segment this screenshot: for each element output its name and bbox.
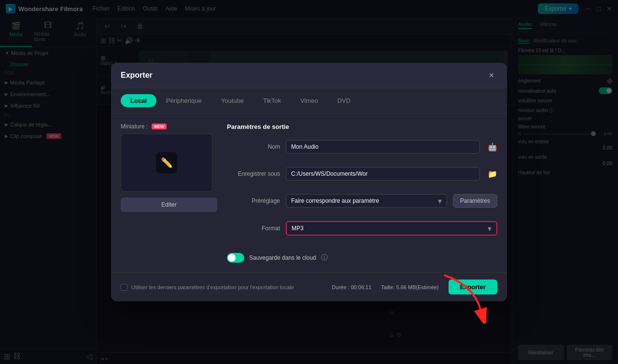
ai-icon[interactable]: 🤖: [488, 142, 497, 152]
cloud-save-label: Sauvegarde dans le cloud: [249, 254, 316, 261]
prereglage-label: Préréglage: [227, 197, 280, 204]
size-stat: Taille: 5.66 MB(Estimée): [381, 284, 438, 290]
modal-close-button[interactable]: ×: [486, 70, 497, 81]
new-badge: NEW: [152, 124, 167, 129]
modal-tabs: Local Périphérique Youtube TikTok Vimeo …: [111, 88, 507, 113]
nom-field-row: Nom 🤖: [227, 140, 497, 154]
modal-tab-peripherique[interactable]: Périphérique: [156, 94, 211, 107]
modal-overlay: Exporter × Local Périphérique Youtube Ti…: [0, 0, 618, 364]
export-action-button[interactable]: Exporter: [449, 280, 497, 294]
modal-tab-vimeo[interactable]: Vimeo: [291, 94, 328, 107]
modal-footer: Utiliser les derniers paramètres d'expor…: [111, 272, 507, 301]
edit-button[interactable]: Editer: [121, 197, 217, 212]
modal-tab-youtube[interactable]: Youtube: [211, 94, 253, 107]
info-icon[interactable]: ⓘ: [321, 253, 328, 262]
cloud-save-row: Sauvegarde dans le cloud ⓘ: [227, 253, 497, 263]
modal-thumbnail-section: Miniature : NEW ✏️ Editer: [121, 123, 217, 263]
modal-tab-tiktok[interactable]: TikTok: [253, 94, 291, 107]
format-row: Format MP3 MP4 AVI MOV ▾: [227, 221, 497, 236]
modal-header: Exporter ×: [111, 63, 507, 88]
enregistrer-label: Enregistrer sous: [227, 170, 280, 177]
modal-title: Exporter: [121, 71, 153, 80]
enregistrer-field-row: Enregistrer sous 📁: [227, 167, 497, 181]
export-modal: Exporter × Local Périphérique Youtube Ti…: [111, 63, 507, 301]
parametres-button[interactable]: Paramètres: [453, 194, 497, 208]
settings-title: Paramètres de sortie: [227, 123, 497, 130]
thumbnail-label: Miniature : NEW: [121, 123, 217, 130]
prereglage-select[interactable]: Faire correspondre aux paramètre: [286, 195, 447, 207]
modal-settings-section: Paramètres de sortie Nom 🤖 Enregistrer s…: [227, 123, 497, 263]
format-select[interactable]: MP3 MP4 AVI MOV: [287, 222, 496, 235]
enregistrer-input[interactable]: [286, 167, 480, 181]
thumbnail-edit-icon: ✏️: [156, 152, 177, 173]
modal-body: Miniature : NEW ✏️ Editer Paramètres de …: [111, 113, 507, 272]
prereglage-row: Préréglage Faire correspondre aux paramè…: [227, 194, 497, 208]
footer-checkbox[interactable]: [121, 284, 127, 291]
footer-right: Durée : 00:06:11 Taille: 5.66 MB(Estimée…: [332, 280, 497, 294]
folder-icon[interactable]: 📁: [488, 169, 497, 179]
format-label: Format: [227, 225, 280, 232]
modal-tab-dvd[interactable]: DVD: [328, 94, 360, 107]
nom-label: Nom: [227, 143, 280, 150]
format-select-wrapper: MP3 MP4 AVI MOV ▾: [286, 221, 497, 236]
thumbnail-box: ✏️: [121, 134, 212, 192]
footer-checkbox-label: Utiliser les derniers paramètres d'expor…: [131, 284, 294, 290]
duration-stat: Durée : 00:06:11: [332, 284, 371, 290]
cloud-save-toggle[interactable]: [227, 253, 244, 263]
nom-input[interactable]: [286, 140, 480, 154]
modal-tab-local[interactable]: Local: [121, 94, 156, 107]
footer-left: Utiliser les derniers paramètres d'expor…: [121, 284, 294, 291]
prereglage-select-wrapper: Faire correspondre aux paramètre ▾: [286, 194, 447, 208]
